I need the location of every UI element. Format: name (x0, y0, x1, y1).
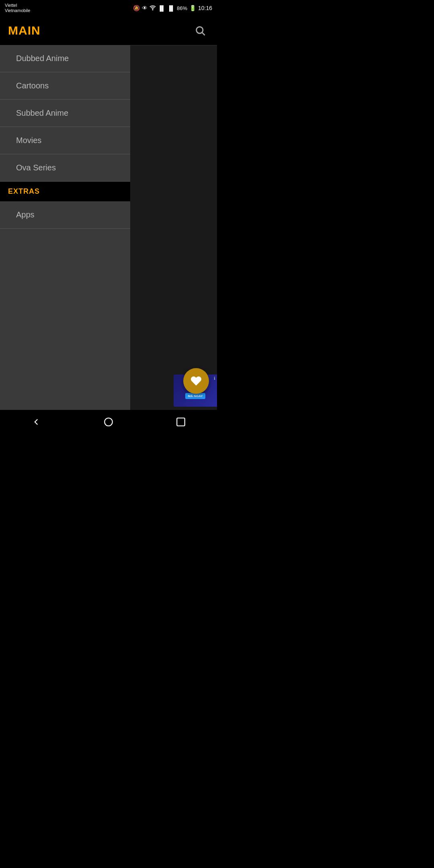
app-header: MAIN (0, 16, 217, 45)
back-button[interactable] (24, 413, 48, 431)
page-title: MAIN (8, 24, 41, 37)
svg-point-0 (152, 9, 153, 10)
carrier-info: Viettel Vietnamobile (5, 3, 30, 13)
svg-point-1 (197, 27, 203, 33)
search-icon (194, 25, 206, 36)
favorites-fab[interactable] (183, 368, 209, 394)
menu-item-label: Dubbed Anime (16, 54, 69, 63)
wifi-icon (149, 4, 156, 12)
navigation-drawer: Dubbed Anime Cartoons Subbed Anime Movie… (0, 45, 130, 410)
extras-menu-section: Apps (0, 201, 130, 229)
menu-item-dubbed-anime[interactable]: Dubbed Anime (0, 45, 130, 72)
extras-label: EXTRAS (8, 187, 40, 195)
menu-item-label: Subbed Anime (16, 108, 68, 118)
back-icon (31, 417, 41, 427)
recent-icon (176, 417, 186, 427)
info-icon: ℹ (214, 376, 215, 381)
menu-item-movies[interactable]: Movies (0, 127, 130, 154)
clock: 10:16 (198, 5, 212, 11)
menu-item-cartoons[interactable]: Cartoons (0, 72, 130, 100)
heart-icon (190, 375, 202, 387)
eye-icon: 👁 (142, 5, 147, 11)
status-bar: Viettel Vietnamobile 🔕 👁 ▐▌ ▐▌ 86% 🔋 10:… (0, 0, 217, 16)
carrier-name: Viettel (5, 3, 30, 8)
bottom-navigation (0, 410, 217, 434)
home-button[interactable] (96, 413, 121, 431)
menu-item-label: Movies (16, 136, 41, 145)
svg-point-3 (104, 418, 113, 426)
menu-item-label: Apps (16, 210, 35, 219)
home-icon (103, 417, 114, 427)
network-name: Vietnamobile (5, 8, 30, 13)
battery-icon: 🔋 (189, 5, 196, 11)
mute-icon: 🔕 (133, 5, 140, 11)
divider (130, 45, 217, 45)
menu-item-apps[interactable]: Apps (0, 201, 130, 229)
signal-icon-2: ▐▌ (168, 5, 175, 11)
ad-button[interactable]: MÁ NGAY (185, 393, 205, 399)
status-icons: 🔕 👁 ▐▌ ▐▌ 86% 🔋 10:16 (133, 4, 212, 12)
content-panel (130, 45, 217, 410)
recents-button[interactable] (169, 413, 193, 431)
menu-item-ova-series[interactable]: Ova Series (0, 154, 130, 182)
menu-item-label: Ova Series (16, 163, 56, 172)
search-button[interactable] (191, 22, 209, 39)
battery-level: 86% (177, 5, 187, 11)
extras-section-header: EXTRAS (0, 182, 130, 201)
svg-rect-4 (177, 418, 185, 426)
main-menu-section: Dubbed Anime Cartoons Subbed Anime Movie… (0, 45, 130, 182)
signal-icon: ▐▌ (158, 5, 165, 11)
menu-item-subbed-anime[interactable]: Subbed Anime (0, 100, 130, 127)
menu-item-label: Cartoons (16, 81, 49, 90)
svg-line-2 (202, 33, 205, 35)
